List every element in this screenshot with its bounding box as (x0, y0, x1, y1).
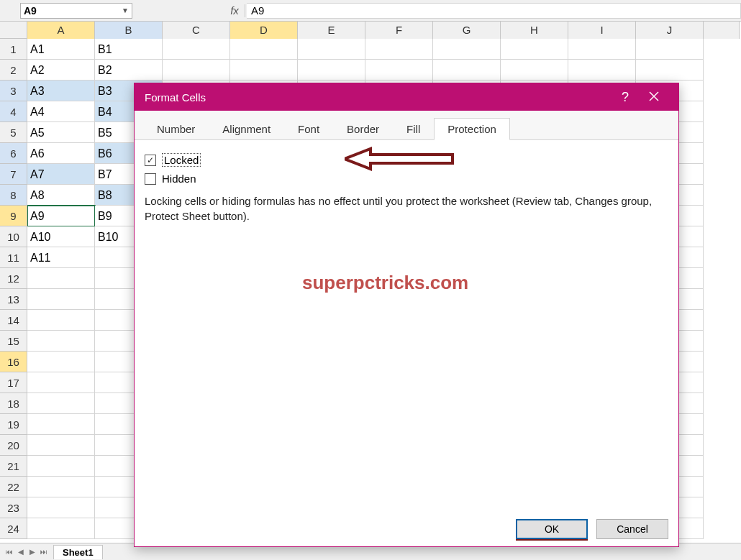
row-header-19[interactable]: 19 (0, 414, 27, 435)
row-header-3[interactable]: 3 (0, 81, 27, 101)
row-header-8[interactable]: 8 (0, 185, 27, 206)
nav-last-icon[interactable]: ⏭ (39, 548, 49, 556)
cell-e1[interactable] (298, 39, 365, 60)
chevron-down-icon[interactable]: ▼ (117, 6, 129, 14)
cell-j2[interactable] (636, 60, 704, 81)
ok-button[interactable]: OK (516, 519, 588, 539)
row-header-6[interactable]: 6 (0, 143, 27, 164)
name-box[interactable]: A9 ▼ (20, 3, 132, 19)
cell-a20[interactable] (27, 435, 95, 456)
formula-input[interactable]: A9 (247, 3, 741, 19)
row-header-20[interactable]: 20 (0, 435, 27, 456)
tab-number[interactable]: Number (143, 118, 209, 139)
cell-c1[interactable] (163, 39, 230, 60)
tab-alignment[interactable]: Alignment (209, 118, 284, 139)
locked-checkbox[interactable] (145, 155, 156, 166)
column-header-c[interactable]: C (163, 22, 230, 39)
cancel-button[interactable]: Cancel (596, 519, 668, 539)
column-header-a[interactable]: A (27, 22, 95, 39)
cell-a13[interactable] (27, 289, 95, 310)
cell-b1[interactable]: B1 (95, 39, 163, 60)
row-header-22[interactable]: 22 (0, 477, 27, 497)
cell-a19[interactable] (27, 414, 95, 435)
column-header-i[interactable]: I (568, 22, 636, 39)
row-header-13[interactable]: 13 (0, 289, 27, 310)
row-header-7[interactable]: 7 (0, 164, 27, 185)
cell-a8[interactable]: A8 (27, 185, 95, 206)
nav-prev-icon[interactable]: ◀ (16, 548, 26, 556)
row-header-2[interactable]: 2 (0, 60, 27, 81)
cell-a7[interactable]: A7 (27, 164, 95, 185)
cell-j1[interactable] (636, 39, 704, 60)
row-header-18[interactable]: 18 (0, 393, 27, 414)
tab-fill[interactable]: Fill (393, 118, 434, 139)
cell-e2[interactable] (298, 60, 365, 81)
column-header-d[interactable]: D (230, 22, 298, 39)
tab-protection[interactable]: Protection (434, 118, 510, 140)
row-header-11[interactable]: 11 (0, 247, 27, 268)
cell-g1[interactable] (433, 39, 501, 60)
cell-f1[interactable] (365, 39, 433, 60)
column-header-j[interactable]: J (636, 22, 704, 39)
tab-border[interactable]: Border (333, 118, 393, 139)
row-header-24[interactable]: 24 (0, 518, 27, 539)
cell-a11[interactable]: A11 (27, 247, 95, 268)
row-header-16[interactable]: 16 (0, 352, 27, 372)
row-header-21[interactable]: 21 (0, 456, 27, 477)
tab-font[interactable]: Font (284, 118, 333, 139)
nav-next-icon[interactable]: ▶ (27, 548, 37, 556)
cell-a9[interactable]: A9 (27, 206, 95, 226)
cell-a3[interactable]: A3 (27, 81, 95, 101)
hidden-checkbox-row[interactable]: Hidden (145, 173, 668, 185)
row-header-4[interactable]: 4 (0, 101, 27, 122)
column-header-h[interactable]: H (501, 22, 568, 39)
hidden-checkbox[interactable] (145, 173, 156, 185)
cell-f2[interactable] (365, 60, 433, 81)
cell-a24[interactable] (27, 518, 95, 539)
sheet-tab-sheet1[interactable]: Sheet1 (53, 545, 103, 559)
cell-a2[interactable]: A2 (27, 60, 95, 81)
cell-a10[interactable]: A10 (27, 226, 95, 247)
cell-a16[interactable] (27, 352, 95, 372)
close-icon[interactable] (640, 91, 668, 104)
dialog-titlebar[interactable]: Format Cells ? (135, 83, 678, 111)
cell-a15[interactable] (27, 331, 95, 352)
cell-a23[interactable] (27, 497, 95, 518)
column-header-f[interactable]: F (365, 22, 433, 39)
cell-c2[interactable] (163, 60, 230, 81)
row-header-23[interactable]: 23 (0, 497, 27, 518)
cell-b2[interactable]: B2 (95, 60, 163, 81)
fx-icon[interactable]: fx (226, 4, 243, 17)
row-header-5[interactable]: 5 (0, 122, 27, 143)
cell-h2[interactable] (501, 60, 568, 81)
cell-a14[interactable] (27, 310, 95, 331)
row-header-12[interactable]: 12 (0, 268, 27, 289)
column-header-g[interactable]: G (433, 22, 501, 39)
cell-h1[interactable] (501, 39, 568, 60)
nav-first-icon[interactable]: ⏮ (4, 548, 14, 556)
cell-a17[interactable] (27, 372, 95, 393)
row-header-14[interactable]: 14 (0, 310, 27, 331)
cell-a22[interactable] (27, 477, 95, 497)
cell-g2[interactable] (433, 60, 501, 81)
cell-i2[interactable] (568, 60, 636, 81)
select-all-corner[interactable] (0, 22, 27, 39)
column-header-b[interactable]: B (95, 22, 163, 39)
row-header-10[interactable]: 10 (0, 226, 27, 247)
cell-i1[interactable] (568, 39, 636, 60)
help-icon[interactable]: ? (611, 90, 640, 105)
cell-a1[interactable]: A1 (27, 39, 95, 60)
cell-a5[interactable]: A5 (27, 122, 95, 143)
cell-d1[interactable] (230, 39, 298, 60)
row-header-1[interactable]: 1 (0, 39, 27, 60)
cell-a21[interactable] (27, 456, 95, 477)
cell-a6[interactable]: A6 (27, 143, 95, 164)
cell-a4[interactable]: A4 (27, 101, 95, 122)
cell-a18[interactable] (27, 393, 95, 414)
cell-a12[interactable] (27, 268, 95, 289)
cell-d2[interactable] (230, 60, 298, 81)
column-header-e[interactable]: E (298, 22, 365, 39)
row-header-15[interactable]: 15 (0, 331, 27, 352)
row-header-9[interactable]: 9 (0, 206, 27, 226)
row-header-17[interactable]: 17 (0, 372, 27, 393)
